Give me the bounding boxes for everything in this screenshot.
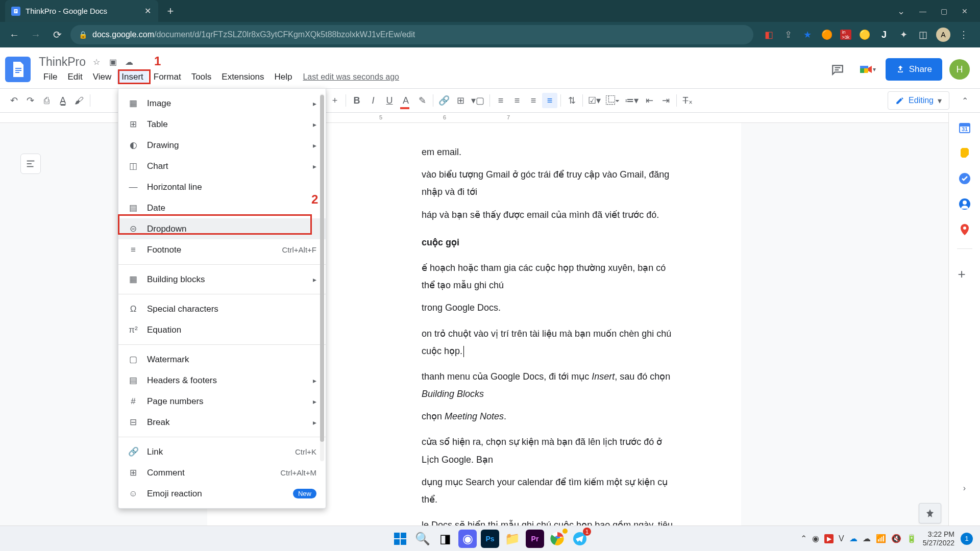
menu-file[interactable]: File: [39, 70, 62, 84]
insert-link-button[interactable]: 🔗: [436, 93, 452, 108]
menu-image[interactable]: ▦ Image ▸: [118, 93, 326, 114]
tab-search-icon[interactable]: ⌄: [897, 6, 905, 17]
meet-icon[interactable]: ▾: [856, 58, 878, 81]
menu-table[interactable]: ⊞ Table ▸: [118, 114, 326, 135]
start-button[interactable]: [391, 530, 409, 548]
bold-button[interactable]: B: [349, 93, 364, 108]
cloud-status-icon[interactable]: ☁: [124, 56, 135, 67]
collapse-toolbar-button[interactable]: ⌃: [955, 91, 974, 110]
menu-emoji-reaction[interactable]: ☺ Emoji reaction New: [118, 483, 326, 504]
taskbar-clock[interactable]: 3:22 PM 5/27/2022: [923, 530, 954, 547]
menu-footnote[interactable]: ≡ Footnote Ctrl+Alt+F: [118, 239, 326, 260]
tray-icon-2[interactable]: ▶: [824, 534, 834, 543]
print-button[interactable]: ⎙: [39, 93, 54, 108]
tray-icon-3[interactable]: V: [839, 534, 844, 543]
explore-button[interactable]: [919, 503, 941, 523]
close-window-button[interactable]: ✕: [962, 7, 968, 15]
taskbar-app-1[interactable]: ◉: [458, 530, 477, 548]
editing-mode-button[interactable]: Editing ▾: [888, 91, 949, 110]
bookmark-star-icon[interactable]: ★: [801, 29, 814, 41]
ext-icon-5[interactable]: J: [878, 29, 890, 41]
new-tab-button[interactable]: +: [163, 4, 178, 18]
forward-button[interactable]: →: [28, 27, 44, 43]
document-title[interactable]: ThinkPro: [39, 55, 86, 69]
docs-logo-icon[interactable]: [5, 57, 31, 82]
minimize-button[interactable]: —: [919, 7, 926, 15]
last-edit-link[interactable]: Last edit was seconds ago: [303, 72, 399, 82]
tray-weather-icon[interactable]: ☁: [863, 534, 871, 543]
highlight-button[interactable]: ✎: [414, 93, 430, 108]
menu-help[interactable]: Help: [270, 70, 297, 84]
get-addons-button[interactable]: +: [958, 266, 971, 280]
taskbar-app-telegram[interactable]: 1: [571, 530, 589, 548]
align-justify-button[interactable]: ≡: [542, 93, 557, 108]
ext-icon-4[interactable]: 🟡: [859, 29, 871, 41]
numbered-list-button[interactable]: ≔▾: [623, 93, 641, 108]
menu-view[interactable]: View: [88, 70, 116, 84]
url-bar[interactable]: 🔒 docs.google.com/document/d/1qrFTzSLZ0l…: [70, 25, 753, 44]
increase-indent-button[interactable]: ⇥: [658, 93, 673, 108]
menu-extensions[interactable]: Extensions: [217, 70, 268, 84]
underline-button[interactable]: U: [382, 93, 397, 108]
reload-button[interactable]: ⟳: [49, 27, 65, 43]
menu-scrollbar[interactable]: [320, 94, 324, 461]
tray-battery-icon[interactable]: 🔋: [906, 534, 917, 543]
user-avatar[interactable]: H: [949, 59, 970, 80]
calendar-icon[interactable]: 31: [958, 121, 971, 134]
comment-history-icon[interactable]: [826, 58, 849, 81]
taskbar-app-premiere[interactable]: Pr: [526, 530, 544, 548]
redo-button[interactable]: ↷: [22, 93, 38, 108]
contacts-icon[interactable]: [958, 197, 971, 211]
share-button[interactable]: Share: [886, 58, 942, 81]
tasks-icon[interactable]: [958, 172, 971, 185]
checklist-button[interactable]: ☑▾: [586, 93, 603, 108]
menu-horizontal-line[interactable]: — Horizontal line: [118, 177, 326, 197]
notification-badge[interactable]: 1: [961, 533, 973, 545]
tray-volume-icon[interactable]: 🔇: [891, 534, 901, 543]
decrease-indent-button[interactable]: ⇤: [642, 93, 657, 108]
menu-watermark[interactable]: ▢ Watermark: [118, 349, 326, 370]
browser-tab[interactable]: ThinkPro - Google Docs ✕: [5, 0, 158, 22]
paint-format-button[interactable]: 🖌: [71, 93, 87, 108]
undo-button[interactable]: ↶: [6, 93, 21, 108]
menu-link[interactable]: 🔗 Link Ctrl+K: [118, 441, 326, 462]
clear-formatting-button[interactable]: Tₓ: [680, 93, 695, 108]
taskbar-app-chrome[interactable]: [548, 530, 567, 548]
menu-building-blocks[interactable]: ▦ Building blocks ▸: [118, 269, 326, 290]
menu-date[interactable]: ▤ Date: [118, 197, 326, 218]
bulleted-list-button[interactable]: ⿺▾: [604, 93, 622, 108]
ext-icon-2[interactable]: 🟠: [821, 29, 833, 41]
align-center-button[interactable]: ≡: [509, 93, 525, 108]
insert-image-button[interactable]: ▾▢: [469, 93, 486, 108]
tray-icon-1[interactable]: ◉: [812, 534, 819, 543]
taskbar-app-explorer[interactable]: 📁: [503, 530, 522, 548]
menu-break[interactable]: ⊟ Break ▸: [118, 412, 326, 433]
menu-comment[interactable]: ⊞ Comment Ctrl+Alt+M: [118, 462, 326, 483]
menu-special-characters[interactable]: Ω Special characters: [118, 298, 326, 319]
menu-page-numbers[interactable]: # Page numbers ▸: [118, 391, 326, 412]
align-left-button[interactable]: ≡: [493, 93, 508, 108]
show-outline-button[interactable]: [20, 154, 41, 174]
side-panel-icon[interactable]: ◫: [917, 29, 929, 41]
menu-format[interactable]: Format: [149, 70, 186, 84]
menu-tools[interactable]: Tools: [187, 70, 216, 84]
font-size-increase[interactable]: +: [327, 93, 342, 108]
ext-icon-3[interactable]: in>3k: [840, 30, 851, 40]
menu-chart[interactable]: ◫ Chart ▸: [118, 156, 326, 177]
maps-icon[interactable]: [958, 223, 971, 236]
line-spacing-button[interactable]: ⇅: [564, 93, 579, 108]
task-view-button[interactable]: ◨: [436, 530, 454, 548]
text-color-button[interactable]: A: [398, 93, 413, 108]
back-button[interactable]: ←: [6, 27, 22, 43]
menu-edit[interactable]: Edit: [63, 70, 87, 84]
extensions-icon[interactable]: ✦: [897, 29, 910, 41]
maximize-button[interactable]: ▢: [941, 7, 947, 15]
star-icon[interactable]: ☆: [91, 56, 102, 67]
search-button[interactable]: 🔍: [413, 530, 432, 548]
tab-close-icon[interactable]: ✕: [143, 7, 152, 16]
hide-side-panel-button[interactable]: ›: [958, 482, 971, 495]
menu-dropdown[interactable]: ⊝ Dropdown: [118, 218, 326, 239]
keep-icon[interactable]: [958, 146, 971, 160]
move-icon[interactable]: ▣: [107, 56, 118, 67]
profile-avatar[interactable]: A: [936, 28, 950, 42]
